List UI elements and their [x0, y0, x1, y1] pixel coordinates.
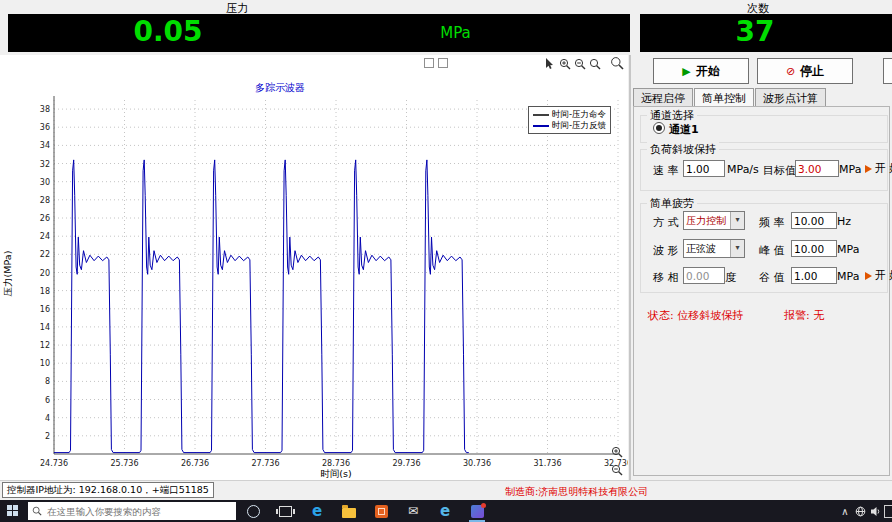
tray-network-button[interactable]: [853, 500, 867, 522]
pointer-icon: [865, 165, 872, 173]
window-square-icon[interactable]: [438, 58, 448, 68]
channel-select-group: 通道选择 通道1: [640, 115, 888, 143]
pressure-value: 0.05: [68, 15, 268, 48]
ime-icon: [884, 505, 892, 518]
target-input[interactable]: [795, 160, 839, 177]
ramp-start-label: 开 始: [875, 161, 892, 176]
cortana-icon: [247, 505, 260, 518]
freq-input[interactable]: [791, 212, 837, 229]
cursor-tool-icon[interactable]: [543, 57, 557, 71]
fatigue-start-link[interactable]: 开 始: [865, 268, 892, 283]
svg-text:8: 8: [45, 377, 50, 386]
phase-label: 移 相: [653, 270, 679, 285]
chart-legend: 时间-压力命令 时间-压力反馈: [528, 106, 611, 134]
wave-label: 波 形: [653, 243, 679, 258]
search-input[interactable]: [45, 505, 232, 518]
notification-badge: [481, 503, 486, 508]
freq-unit: Hz: [837, 215, 851, 228]
phase-input[interactable]: [683, 267, 725, 284]
controller-ip-label: 控制器IP地址为: 192.168.0.10，+端口51185: [2, 482, 214, 498]
svg-text:14: 14: [40, 323, 50, 332]
taskbar-search[interactable]: [28, 502, 236, 520]
play-icon: ▶: [682, 65, 690, 78]
svg-text:10: 10: [40, 359, 50, 368]
ie-browser-button[interactable]: e: [432, 500, 458, 522]
mode-dropdown[interactable]: 压力控制 ▾: [683, 211, 745, 230]
freq-label: 频 率: [759, 215, 785, 230]
zoom-in-icon[interactable]: [610, 445, 624, 459]
windows-start-button[interactable]: [0, 500, 26, 522]
legend-item: 时间-压力反馈: [533, 120, 606, 131]
stop-button-label: 停止: [800, 63, 824, 80]
peak-label: 峰 值: [759, 243, 785, 258]
channel-group-title: 通道选择: [647, 108, 697, 123]
task-view-icon: [279, 506, 292, 517]
tray-ime-button[interactable]: [883, 500, 892, 522]
file-explorer-button[interactable]: [336, 500, 362, 522]
valley-label: 谷 值: [759, 270, 785, 285]
ie-icon: e: [440, 504, 450, 519]
status-state: 状态: 位移斜坡保持: [648, 308, 743, 323]
active-app-button[interactable]: [464, 500, 490, 522]
edge-browser-button[interactable]: e: [304, 500, 330, 522]
rate-input[interactable]: [683, 160, 725, 177]
mode-label: 方 式: [653, 215, 679, 230]
control-panel: ▶ 开始 ⊘ 停止 远程启停 简单控制 波形点计算 通道选择 通道1 负荷斜坡保…: [631, 55, 892, 480]
target-label: 目标值: [763, 163, 796, 178]
orange-app-button[interactable]: [368, 500, 394, 522]
legend-label-feedback: 时间-压力反馈: [552, 120, 606, 131]
svg-text:28.736: 28.736: [322, 459, 350, 468]
peak-input[interactable]: [791, 240, 837, 257]
start-button[interactable]: ▶ 开始: [653, 58, 749, 84]
chevron-down-icon: ▾: [730, 240, 744, 257]
cortana-button[interactable]: [240, 500, 266, 522]
svg-text:4: 4: [45, 414, 50, 423]
svg-text:24.736: 24.736: [40, 459, 68, 468]
envelope-icon: ✉: [408, 505, 418, 517]
mode-value: 压力控制: [684, 214, 730, 228]
tray-chevron-button[interactable]: ∧: [838, 500, 852, 522]
mail-button[interactable]: ✉: [400, 500, 426, 522]
wave-dropdown[interactable]: 正弦波 ▾: [683, 239, 745, 258]
zoom-out-icon[interactable]: [610, 463, 624, 477]
zoom-out-icon[interactable]: [573, 57, 587, 71]
fatigue-start-label: 开 始: [875, 268, 892, 283]
active-app-icon: [471, 505, 484, 518]
svg-text:36: 36: [40, 123, 50, 132]
channel1-radio[interactable]: [653, 122, 665, 134]
partial-button[interactable]: [883, 58, 892, 84]
channel1-radio-label[interactable]: 通道1: [669, 122, 699, 137]
rate-label: 速 率: [653, 163, 679, 178]
svg-text:20: 20: [40, 269, 50, 278]
svg-text:28: 28: [40, 196, 50, 205]
peak-unit: MPa: [837, 243, 859, 256]
taskbar: e ✉ e ∧: [0, 500, 892, 522]
chevron-down-icon: ▾: [730, 212, 744, 229]
start-button-label: 开始: [696, 63, 720, 80]
stop-button[interactable]: ⊘ 停止: [757, 58, 853, 84]
simple-fatigue-group: 简单疲劳 方 式 压力控制 ▾ 频 率 Hz 波 形 正弦波 ▾ 峰 值 MPa…: [640, 203, 888, 293]
wave-value: 正弦波: [684, 242, 730, 256]
pointer-icon: [865, 272, 872, 280]
svg-text:6: 6: [45, 396, 50, 405]
chart-y-axis-label: 压力(MPa): [2, 239, 15, 309]
zoom-in-icon[interactable]: [558, 57, 572, 71]
chart-area: 多踪示波器 24.73625.73626.73627.73628.73629.7…: [0, 55, 628, 480]
window-square-icon[interactable]: [424, 58, 434, 68]
svg-text:26.736: 26.736: [181, 459, 209, 468]
target-unit: MPa: [839, 163, 861, 176]
pressure-display: 0.05 MPa: [8, 14, 630, 52]
magnifier-large-icon[interactable]: [610, 56, 624, 70]
tab-content: 通道选择 通道1 负荷斜坡保持 速 率 MPa/s 目标值 MPa 开 始 简单…: [633, 106, 890, 476]
svg-text:25.736: 25.736: [111, 459, 139, 468]
count-value: 37: [640, 15, 870, 48]
tray-volume-button[interactable]: [868, 500, 882, 522]
ramp-start-link[interactable]: 开 始: [865, 161, 892, 176]
magnifier-icon[interactable]: [588, 57, 602, 71]
valley-input[interactable]: [791, 267, 837, 284]
task-view-button[interactable]: [272, 500, 298, 522]
status-alarm: 报警: 无: [784, 308, 824, 323]
svg-text:30: 30: [40, 178, 50, 187]
stop-icon: ⊘: [786, 65, 795, 78]
folder-icon: [342, 508, 356, 518]
